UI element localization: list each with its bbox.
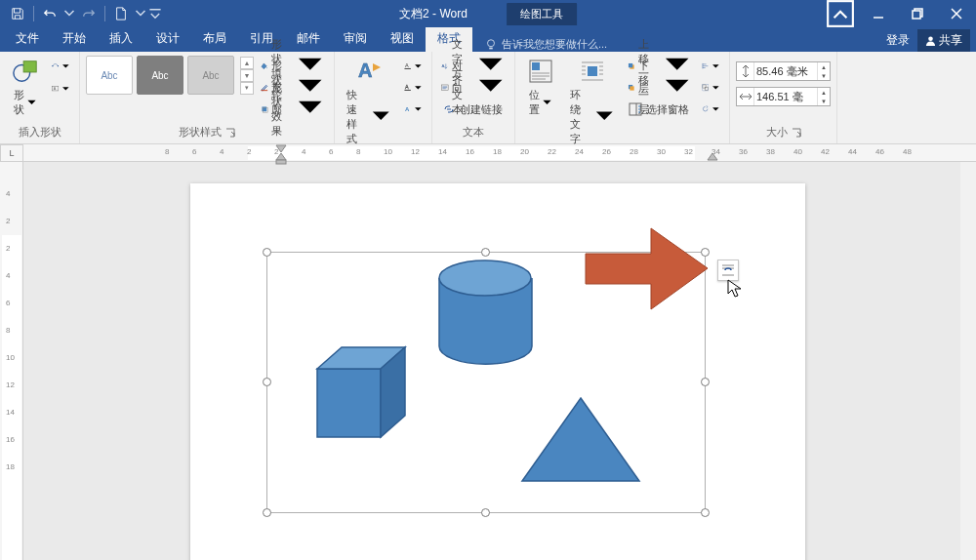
svg-rect-25 — [629, 63, 632, 67]
page[interactable] — [190, 183, 805, 560]
style-gallery-more[interactable]: ▲▼▾ — [240, 57, 254, 95]
position-icon — [527, 58, 554, 85]
edit-shape-button[interactable] — [49, 56, 73, 77]
svg-marker-37 — [317, 369, 381, 437]
new-doc-dropdown[interactable] — [135, 2, 146, 25]
svg-rect-1 — [913, 11, 920, 19]
rotate-button[interactable] — [699, 99, 723, 120]
group-label-shape-styles: 形状样式 — [179, 125, 222, 140]
save-button[interactable] — [6, 2, 29, 25]
style-preset-2[interactable]: Abc — [137, 56, 183, 95]
redo-button[interactable] — [77, 2, 101, 25]
style-preset-3[interactable]: Abc — [187, 56, 234, 95]
undo-dropdown[interactable] — [63, 2, 75, 25]
backward-icon — [628, 80, 635, 96]
vertical-scrollbar[interactable] — [960, 162, 976, 560]
position-button[interactable]: 位置 — [521, 56, 560, 119]
align-button[interactable] — [699, 56, 723, 77]
quick-styles-button[interactable]: A 快速样式 — [341, 56, 397, 148]
svg-point-36 — [439, 260, 531, 296]
person-icon — [925, 35, 936, 46]
tell-me-search[interactable]: 告诉我您想要做什么... — [484, 37, 607, 52]
text-box-button[interactable]: A — [49, 78, 73, 100]
shape-cylinder[interactable] — [429, 257, 542, 369]
restore-button[interactable] — [898, 0, 937, 27]
position-label: 位置 — [529, 88, 540, 117]
shape-styles-launcher[interactable] — [225, 128, 235, 138]
svg-marker-40 — [522, 398, 639, 481]
handle-se[interactable] — [701, 508, 710, 517]
svg-text:A: A — [405, 85, 409, 91]
text-effects-button[interactable]: A — [401, 99, 426, 120]
height-down[interactable]: ▼ — [818, 71, 830, 80]
mouse-cursor — [727, 279, 743, 299]
handle-nw[interactable] — [263, 248, 271, 257]
send-backward-button[interactable]: 下移一层 — [625, 77, 695, 99]
tab-mailings[interactable]: 邮件 — [285, 26, 332, 52]
handle-sw[interactable] — [263, 508, 271, 517]
shape-arrow[interactable] — [581, 222, 712, 315]
style-preset-1[interactable]: Abc — [86, 56, 133, 95]
tab-view[interactable]: 视图 — [379, 26, 426, 52]
layout-options-icon — [720, 262, 736, 278]
svg-point-2 — [488, 39, 495, 46]
edit-shape-icon — [52, 59, 59, 74]
qat-customize[interactable] — [148, 2, 162, 25]
create-link-label: 创建链接 — [460, 102, 503, 117]
forward-icon — [628, 59, 635, 74]
undo-button[interactable] — [38, 2, 61, 25]
shapes-gallery-button[interactable]: 形状 — [6, 56, 45, 119]
selection-pane-button[interactable]: 选择窗格 — [625, 99, 695, 120]
handle-w[interactable] — [263, 378, 271, 386]
svg-rect-29 — [703, 85, 706, 88]
text-fill-button[interactable]: A — [401, 56, 426, 77]
create-link-button[interactable]: 创建链接 — [438, 99, 508, 120]
ribbon-display-options[interactable] — [826, 0, 855, 27]
height-input[interactable]: 85.46 毫米 ▲▼ — [736, 61, 831, 81]
wrap-icon — [579, 58, 606, 85]
outline-icon — [261, 80, 268, 96]
layout-options-button[interactable] — [717, 260, 739, 281]
height-up[interactable]: ▲ — [818, 62, 830, 71]
shape-triangle[interactable] — [517, 393, 644, 486]
svg-rect-31 — [702, 85, 708, 91]
tab-file[interactable]: 文件 — [4, 26, 51, 52]
handle-n[interactable] — [481, 248, 490, 257]
height-value[interactable]: 85.46 毫米 — [754, 64, 817, 79]
minimize-button[interactable] — [859, 0, 898, 27]
svg-rect-23 — [588, 66, 597, 76]
svg-point-6 — [52, 65, 53, 66]
tab-review[interactable]: 审阅 — [332, 26, 379, 52]
handle-e[interactable] — [701, 378, 710, 386]
group-objects-button[interactable] — [699, 77, 723, 99]
login-button[interactable]: 登录 — [878, 29, 917, 52]
ruler-corner[interactable]: L — [0, 144, 23, 162]
align-text-button[interactable]: 对齐文本 — [438, 77, 508, 99]
tab-layout[interactable]: 布局 — [191, 26, 238, 52]
width-value[interactable]: 146.51 毫 — [754, 90, 817, 104]
svg-marker-32 — [276, 145, 286, 152]
ribbon: 形状 A 插入形状 Abc Abc Abc ▲▼▾ 形状填充 形状轮廓 形状效果 — [0, 52, 976, 144]
shape-cube[interactable] — [312, 340, 420, 447]
share-button[interactable]: 共享 — [917, 29, 970, 52]
handle-s[interactable] — [481, 508, 490, 517]
link-icon — [441, 101, 457, 117]
width-down[interactable]: ▼ — [818, 97, 830, 105]
width-icon — [737, 88, 754, 105]
wrap-text-button[interactable]: 环绕文字 — [564, 56, 621, 148]
vertical-ruler[interactable]: 4224681012141618 — [0, 162, 23, 560]
svg-marker-35 — [708, 153, 717, 160]
size-launcher[interactable] — [792, 128, 801, 138]
tab-insert[interactable]: 插入 — [98, 26, 144, 52]
new-doc-button[interactable] — [109, 2, 133, 25]
tab-design[interactable]: 设计 — [144, 26, 191, 52]
svg-rect-10 — [261, 90, 267, 91]
text-outline-button[interactable]: A — [401, 77, 426, 99]
width-up[interactable]: ▲ — [818, 88, 830, 97]
width-input[interactable]: 146.51 毫 ▲▼ — [736, 87, 831, 106]
tab-home[interactable]: 开始 — [51, 26, 98, 52]
rotate-icon — [702, 101, 709, 117]
shape-effects-button[interactable]: 形状效果 — [258, 99, 328, 120]
horizontal-ruler[interactable]: 8642246810121416182022242628303234363840… — [23, 144, 976, 162]
close-button[interactable] — [937, 0, 976, 27]
